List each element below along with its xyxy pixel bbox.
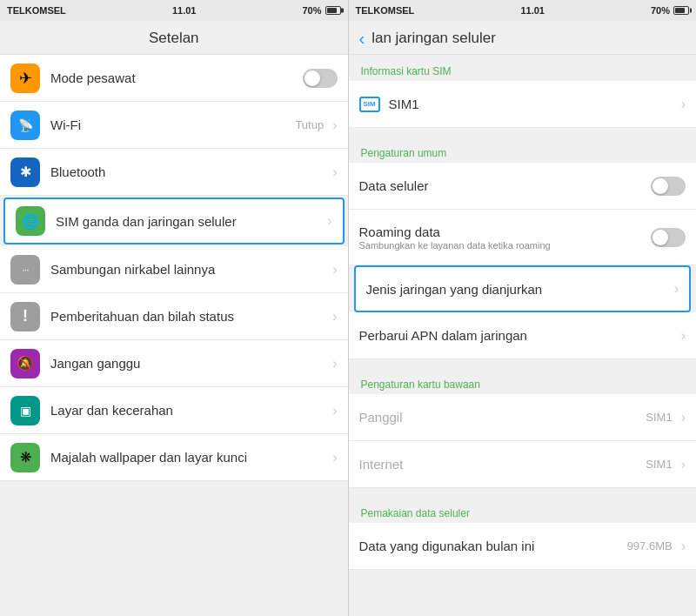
left-item-sambungan-nirkabel[interactable]: ··· Sambungan nirkabel lainnya › (0, 246, 348, 293)
right-header: ‹ lan jaringan seluler (349, 21, 697, 55)
left-item-jangan-ganggu[interactable]: 🔕 Jangan ganggu › (0, 340, 348, 387)
right-item-data-seluler[interactable]: Data seluler (349, 163, 697, 210)
right-item-sim1[interactable]: SIM SIM1 › (349, 81, 697, 128)
right-item-perbarui-apn[interactable]: Perbarui APN dalam jaringan › (349, 312, 697, 359)
gap3 (349, 488, 697, 497)
bluetooth-label: Bluetooth (50, 164, 332, 179)
back-button[interactable]: ‹ (359, 30, 365, 47)
left-scroll-area[interactable]: ✈ Mode pesawat 📡 Wi-Fi Tutup › ✱ Bluetoo… (0, 55, 348, 616)
roaming-data-toggle[interactable] (651, 228, 686, 247)
plane-icon: ✈ (10, 64, 40, 93)
internet-chevron: › (681, 457, 686, 472)
jangan-ganggu-chevron: › (332, 356, 337, 372)
wifi-value: Tutup (295, 118, 324, 131)
wallpaper-icon: ❋ (10, 443, 40, 472)
jangan-ganggu-label: Jangan ganggu (50, 356, 332, 371)
right-status-right: 70% (651, 5, 689, 16)
right-scroll-area[interactable]: Informasi kartu SIM SIM SIM1 › Pengatura… (349, 55, 697, 616)
section-pemakaian-data: Pemakaian data seluler (349, 497, 697, 523)
sim1-chevron: › (681, 97, 686, 112)
right-item-internet[interactable]: Internet SIM1 › (349, 441, 697, 488)
left-status-right: 70% (302, 5, 340, 16)
data-bulan-ini-chevron: › (681, 539, 686, 554)
right-carrier: TELKOMSEL (356, 5, 415, 16)
right-title: lan jaringan seluler (371, 30, 496, 47)
data-bulan-ini-label: Data yang digunakan bulan ini (359, 539, 627, 553)
right-item-roaming-data[interactable]: Roaming data Sambungkan ke layanan data … (349, 210, 697, 265)
right-status-bar: TELKOMSEL 11.01 70% (349, 0, 697, 21)
sim1-label: SIM1 (389, 97, 681, 111)
data-seluler-toggle[interactable] (651, 177, 686, 196)
jangan-ganggu-icon: 🔕 (10, 349, 40, 378)
pemberitahuan-icon: ! (10, 302, 40, 331)
right-panel: TELKOMSEL 11.01 70% ‹ lan jaringan selul… (349, 0, 697, 616)
sambungan-icon: ··· (10, 255, 40, 285)
data-seluler-label: Data seluler (359, 178, 652, 193)
internet-value: SIM1 (646, 458, 672, 471)
jenis-jaringan-label: Jenis jaringan yang dianjurkan (366, 282, 674, 297)
layar-label: Layar dan kecerahan (50, 403, 332, 418)
section-pengaturan-umum: Pengaturan umum (349, 137, 697, 163)
gap1 (349, 128, 697, 137)
roaming-data-label: Roaming data (359, 224, 652, 239)
mode-pesawat-toggle[interactable] (303, 69, 338, 88)
wifi-label: Wi-Fi (50, 117, 295, 132)
jenis-jaringan-chevron: › (674, 281, 679, 297)
right-battery-icon (673, 6, 689, 15)
section-pengaturan-kartu-bawaan: Pengaturan kartu bawaan (349, 368, 697, 394)
panggil-value: SIM1 (646, 411, 672, 424)
left-panel: TELKOMSEL 11.01 70% Setelan ✈ Mode pesaw… (0, 0, 348, 616)
wallpaper-label: Majalah wallpaper dan layar kunci (50, 450, 332, 465)
wallpaper-chevron: › (332, 450, 337, 465)
left-battery-text: 70% (302, 5, 321, 16)
left-item-mode-pesawat[interactable]: ✈ Mode pesawat (0, 55, 348, 102)
left-item-sim-ganda[interactable]: 🌐 SIM ganda dan jaringan seluler › (3, 198, 345, 244)
sambungan-chevron: › (332, 262, 337, 278)
panggil-label: Panggil (359, 410, 646, 425)
perbarui-apn-chevron: › (681, 328, 686, 344)
sambungan-label: Sambungan nirkabel lainnya (50, 262, 332, 277)
gap2 (349, 359, 697, 368)
left-header: Setelan (0, 21, 348, 55)
layar-chevron: › (332, 403, 337, 418)
left-item-pemberitahuan[interactable]: ! Pemberitahuan dan bilah status › (0, 293, 348, 340)
right-battery-text: 70% (651, 5, 670, 16)
sim-card-icon: SIM (359, 97, 380, 112)
right-item-jenis-jaringan[interactable]: Jenis jaringan yang dianjurkan › (354, 265, 692, 312)
mode-pesawat-label: Mode pesawat (50, 70, 303, 85)
sim-ganda-label: SIM ganda dan jaringan seluler (56, 214, 327, 229)
right-time: 11.01 (520, 5, 545, 16)
panggil-chevron: › (681, 410, 686, 425)
wifi-chevron: › (332, 117, 337, 133)
left-item-layar[interactable]: ▣ Layar dan kecerahan › (0, 387, 348, 434)
sim-ganda-icon: 🌐 (16, 206, 45, 236)
layar-icon: ▣ (10, 396, 40, 425)
bluetooth-chevron: › (332, 164, 337, 180)
internet-label: Internet (359, 457, 646, 472)
right-item-panggil[interactable]: Panggil SIM1 › (349, 394, 697, 441)
left-time: 11.01 (172, 5, 197, 16)
pemberitahuan-chevron: › (332, 309, 337, 325)
sim-ganda-chevron: › (327, 213, 331, 229)
bluetooth-icon: ✱ (10, 157, 40, 187)
pemberitahuan-label: Pemberitahuan dan bilah status (50, 309, 332, 324)
left-item-bluetooth[interactable]: ✱ Bluetooth › (0, 149, 348, 196)
left-status-bar: TELKOMSEL 11.01 70% (0, 0, 348, 21)
left-carrier: TELKOMSEL (7, 5, 66, 16)
wifi-icon: 📡 (10, 110, 40, 140)
data-bulan-ini-value: 997.6MB (627, 539, 673, 552)
left-item-wallpaper[interactable]: ❋ Majalah wallpaper dan layar kunci › (0, 434, 348, 481)
roaming-data-subtitle: Sambungkan ke layanan data ketika roamin… (359, 240, 652, 251)
perbarui-apn-label: Perbarui APN dalam jaringan (359, 328, 681, 343)
left-item-wifi[interactable]: 📡 Wi-Fi Tutup › (0, 102, 348, 149)
section-info-kartu-sim: Informasi kartu SIM (349, 55, 697, 81)
right-item-data-bulan-ini[interactable]: Data yang digunakan bulan ini 997.6MB › (349, 523, 697, 570)
left-title: Setelan (149, 30, 199, 46)
left-battery-icon (325, 6, 341, 15)
